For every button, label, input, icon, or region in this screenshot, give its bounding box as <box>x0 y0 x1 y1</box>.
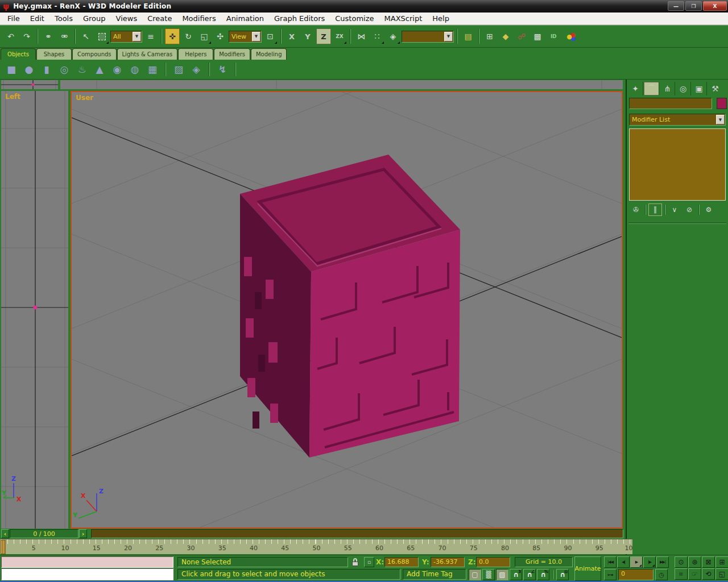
time-prev-button[interactable]: ‹ <box>1 529 9 538</box>
object-color-swatch[interactable] <box>717 98 727 109</box>
y-coordinate-field[interactable]: -36.937 <box>431 557 465 567</box>
zoom-extents-icon[interactable]: ⊠ <box>702 556 715 568</box>
min-max-toggle-icon[interactable]: ◱ <box>715 568 728 580</box>
selection-window-icon[interactable]: ▢ <box>469 569 481 580</box>
menu-create[interactable]: Create <box>142 13 177 24</box>
modifier-stack-list[interactable] <box>629 128 726 201</box>
align-icon[interactable]: ◈ <box>386 28 400 44</box>
redo-icon[interactable]: ↷ <box>19 28 34 44</box>
geosphere-icon[interactable]: ◉ <box>110 62 124 77</box>
pan-icon[interactable]: ☞ <box>688 568 701 580</box>
menu-tools[interactable]: Tools <box>49 13 78 24</box>
tab-display-icon[interactable]: ▣ <box>692 82 707 95</box>
time-slider-thumb[interactable] <box>1 540 6 554</box>
menu-graph-editors[interactable]: Graph Editors <box>269 13 330 24</box>
tab-modeling[interactable]: Modeling <box>251 48 287 60</box>
menu-maxscript[interactable]: MAXScript <box>379 13 428 24</box>
select-and-move-icon[interactable]: ✜ <box>165 28 180 44</box>
viewport-top-right-sliver[interactable] <box>60 80 623 89</box>
configure-modifier-sets-icon[interactable]: ⚙ <box>702 203 715 216</box>
angle-snap-icon[interactable]: ∩∠ <box>523 569 536 580</box>
quad-patch-icon[interactable]: ▨ <box>172 62 185 77</box>
degradation-override-icon[interactable]: ▒ <box>482 569 495 580</box>
goto-start-icon[interactable]: |◀◀ <box>604 556 617 568</box>
select-and-manipulate-icon[interactable]: ✣ <box>213 28 228 44</box>
time-configuration-button[interactable]: ◷ <box>655 569 668 580</box>
teapot-icon[interactable]: ♨ <box>75 62 89 77</box>
select-and-rotate-icon[interactable]: ↻ <box>181 28 196 44</box>
tri-patch-icon[interactable]: ◈ <box>189 62 203 77</box>
prev-frame-icon[interactable]: ◀| <box>617 556 630 568</box>
tab-motion-icon[interactable]: ◎ <box>676 82 691 95</box>
make-unique-icon[interactable]: ∨ <box>668 203 681 216</box>
restrict-to-plane-icon[interactable]: ZX <box>332 28 347 44</box>
add-time-tag-button[interactable]: Add Time Tag <box>403 569 466 580</box>
cylinder-icon[interactable]: ▮ <box>40 62 53 77</box>
modifier-list-dropdown[interactable]: Modifier List ▼ <box>629 114 726 126</box>
remove-modifier-icon[interactable]: ⊘ <box>682 203 696 216</box>
play-icon[interactable]: ▶ <box>630 556 643 568</box>
material-editor-icon[interactable]: ▩ <box>530 28 545 44</box>
menu-file[interactable]: File <box>2 13 25 24</box>
cone-icon[interactable]: ▲ <box>93 62 106 77</box>
menu-edit[interactable]: Edit <box>25 13 49 24</box>
schematic-view-icon[interactable]: ☍ <box>514 28 529 44</box>
chevron-down-icon[interactable]: ▼ <box>133 32 141 41</box>
tab-hierarchy-icon[interactable]: ⋔ <box>660 82 675 95</box>
show-end-result-icon[interactable]: ‖ <box>648 203 662 216</box>
grid-tools-icon[interactable]: ⊞ <box>482 28 497 44</box>
menu-animation[interactable]: Animation <box>221 13 269 24</box>
unlink-selection-icon[interactable]: ⚮ <box>57 28 72 44</box>
bones-icon[interactable]: ↯ <box>216 62 229 77</box>
close-button[interactable]: X <box>703 1 727 11</box>
zoom-extents-all-icon[interactable]: ⊞ <box>715 556 728 568</box>
menu-views[interactable]: Views <box>111 13 143 24</box>
tab-lights-cameras[interactable]: Lights & Cameras <box>117 48 178 60</box>
tab-create-icon[interactable]: ✦ <box>628 82 643 95</box>
listener-field[interactable] <box>1 568 173 580</box>
tab-utilities-icon[interactable]: ⚒ <box>708 82 723 95</box>
select-by-name-icon[interactable]: ≡ <box>143 28 158 44</box>
snap-3d-icon[interactable]: ∩3 <box>510 569 522 580</box>
viewport-top-left-sliver[interactable] <box>1 80 58 89</box>
menu-modifiers[interactable]: Modifiers <box>177 13 221 24</box>
absolute-mode-toggle[interactable]: ▫ <box>364 557 374 567</box>
object-name-field[interactable] <box>629 98 712 109</box>
goto-end-icon[interactable]: ▶▶| <box>656 556 669 568</box>
animate-button[interactable]: Animate <box>574 556 601 581</box>
minimize-button[interactable]: — <box>668 1 684 11</box>
tab-modify-icon[interactable]: ⌒ <box>644 82 659 95</box>
undo-icon[interactable]: ↶ <box>3 28 18 44</box>
chevron-down-icon[interactable]: ▼ <box>252 32 260 41</box>
reference-coordinate-dropdown[interactable]: View▼ <box>229 31 262 43</box>
set-key-toggle[interactable]: ⊶ <box>604 569 617 580</box>
viewport-left[interactable]: Z Y X Left <box>1 91 68 529</box>
sphere-icon[interactable]: ● <box>22 62 36 77</box>
named-selection-sets-dropdown[interactable]: ▼ <box>402 31 454 43</box>
z-coordinate-field[interactable]: 0.0 <box>476 557 510 567</box>
selection-filter-dropdown[interactable]: All▼ <box>110 31 142 43</box>
tab-modifiers[interactable]: Modifiers <box>214 48 250 60</box>
adaptive-degradation-icon[interactable]: ▧ <box>496 569 508 580</box>
box-object[interactable] <box>240 155 460 458</box>
pin-stack-icon[interactable]: ✇ <box>629 203 643 216</box>
track-bar-ruler[interactable]: 5101520253035404550556065707580859095100 <box>0 539 632 554</box>
zoom-all-icon[interactable]: ⊛ <box>688 556 701 568</box>
chevron-down-icon[interactable]: ▼ <box>444 32 453 41</box>
rectangular-selection-region-icon[interactable] <box>94 28 109 44</box>
render-balls-icon[interactable]: ● <box>562 28 577 44</box>
current-frame-field[interactable]: 0 <box>618 569 653 580</box>
macro-recorder-field[interactable] <box>1 556 173 568</box>
chevron-down-icon[interactable]: ▼ <box>716 115 725 124</box>
tube-icon[interactable]: ◍ <box>128 62 142 77</box>
track-view-icon[interactable]: ▤ <box>461 28 475 44</box>
tab-objects[interactable]: Objects <box>1 48 36 60</box>
tab-compounds[interactable]: Compounds <box>72 48 117 60</box>
percent-snap-icon[interactable]: ∩% <box>537 569 549 580</box>
array-icon[interactable]: ∷ <box>370 28 384 44</box>
next-frame-icon[interactable]: |▶ <box>643 556 656 568</box>
select-and-scale-icon[interactable]: ◱ <box>197 28 212 44</box>
x-coordinate-field[interactable]: 16.688 <box>384 557 419 567</box>
restrict-to-y-icon[interactable]: Y <box>300 28 315 44</box>
menu-customize[interactable]: Customize <box>330 13 379 24</box>
